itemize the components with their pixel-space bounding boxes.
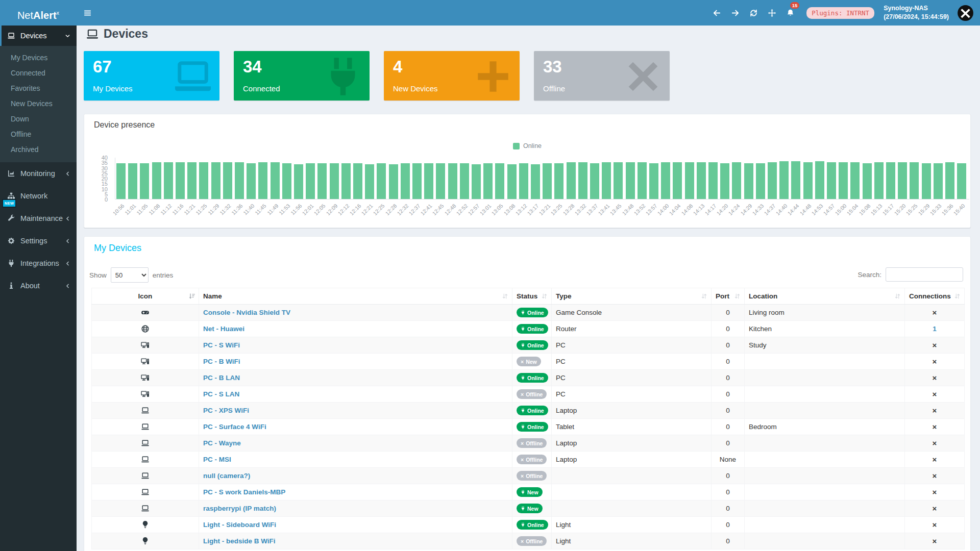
online-bar[interactable] [389,164,398,199]
online-bar[interactable] [732,162,741,199]
online-bar[interactable] [922,163,931,199]
online-bar[interactable] [661,162,670,199]
device-name-link[interactable]: Light - bedside B WiFi [203,537,276,545]
plugins-status-badge[interactable]: Plugins: INTRNT [806,7,874,19]
device-name-link[interactable]: PC - S WiFi [203,341,240,349]
online-bar[interactable] [590,163,599,199]
connections-x-icon[interactable]: × [933,357,937,366]
device-name-link[interactable]: PC - B LAN [203,374,240,382]
online-bar[interactable] [886,162,895,199]
sidebar-item-integrations[interactable]: Integrations [0,252,77,274]
page-size-select[interactable]: 50 [111,267,149,283]
online-bar[interactable] [365,164,374,199]
device-name-link[interactable]: PC - Wayne [203,439,241,447]
connections-x-icon[interactable]: × [933,308,937,317]
device-name-link[interactable]: PC - S work Daniels-MBP [203,488,285,496]
sidebar-subitem-offline[interactable]: Offline [0,127,77,142]
summary-card-offline[interactable]: 33Offline [534,51,670,101]
online-bar[interactable] [317,163,327,199]
connections-x-icon[interactable]: × [933,406,937,415]
sidebar-toggle-hamburger-icon[interactable] [78,0,96,26]
summary-card-connected[interactable]: 34Connected [234,51,370,101]
online-bar[interactable] [673,162,682,199]
sidebar-item-settings[interactable]: Settings [0,230,77,252]
sidebar-subitem-down[interactable]: Down [0,111,77,127]
connections-x-icon[interactable]: × [933,373,937,382]
online-bar[interactable] [685,162,694,199]
online-bar[interactable] [401,163,410,199]
online-bar[interactable] [247,163,256,199]
connections-x-icon[interactable]: × [933,439,937,447]
device-name-link[interactable]: PC - Surface 4 WiFi [203,423,266,431]
online-bar[interactable] [756,163,765,199]
connections-x-icon[interactable]: × [933,390,937,398]
connections-x-icon[interactable]: × [933,488,937,496]
connections-x-icon[interactable]: × [933,455,937,464]
device-name-link[interactable]: PC - MSI [203,456,231,463]
online-bar[interactable] [436,163,445,199]
chart-legend[interactable]: Online [84,142,970,149]
sidebar-item-about[interactable]: About [0,274,77,297]
online-bar[interactable] [697,162,706,199]
online-bar[interactable] [744,163,753,199]
sidebar-item-monitoring[interactable]: Monitoring [0,162,77,185]
online-bar[interactable] [128,163,137,199]
column-header-connections[interactable]: Connections [905,288,965,305]
online-bar[interactable] [614,162,623,199]
online-bar[interactable] [495,163,504,199]
online-bar[interactable] [945,162,954,199]
online-bar[interactable] [803,162,813,199]
online-bar[interactable] [116,163,126,199]
move-arrows-icon[interactable] [763,0,781,26]
online-bar[interactable] [187,162,197,199]
column-header-type[interactable]: Type [552,288,712,305]
online-bar[interactable] [815,161,824,199]
app-logo[interactable]: NetAlertx [0,0,77,26]
device-name-link[interactable]: Net - Huawei [203,325,244,333]
online-bar[interactable] [294,164,303,199]
online-bar[interactable] [377,163,386,199]
online-bar[interactable] [567,162,576,199]
connections-count-link[interactable]: 1 [933,325,937,333]
online-bar[interactable] [176,162,185,199]
device-name-link[interactable]: Light - Sideboard WiFi [203,521,276,529]
online-bar[interactable] [863,163,872,199]
online-bar[interactable] [898,162,907,199]
sidebar-subitem-my-devices[interactable]: My Devices [0,50,77,65]
online-bar[interactable] [791,161,800,199]
online-bar[interactable] [957,163,966,199]
online-bar[interactable] [211,162,220,199]
connections-x-icon[interactable]: × [933,537,937,545]
online-bar[interactable] [152,162,161,199]
online-bar[interactable] [282,163,291,199]
user-avatar[interactable] [957,5,974,21]
summary-card-new-devices[interactable]: 4New Devices [384,51,520,101]
online-bar[interactable] [910,162,919,199]
forward-arrow-icon[interactable] [726,0,744,26]
online-bar[interactable] [412,163,422,199]
online-bar[interactable] [626,162,635,199]
search-input[interactable] [886,267,963,282]
connections-x-icon[interactable]: × [933,341,937,349]
sidebar-subitem-favorites[interactable]: Favorites [0,81,77,96]
column-header-port[interactable]: Port [712,288,745,305]
device-name-link[interactable]: PC - S LAN [203,390,239,398]
online-bar[interactable] [460,163,469,199]
online-bar[interactable] [472,164,481,199]
column-header-location[interactable]: Location [745,288,905,305]
online-bar[interactable] [839,162,848,199]
online-bar[interactable] [448,163,457,199]
online-bar[interactable] [258,162,267,199]
online-bar[interactable] [199,162,208,199]
online-bar[interactable] [602,162,611,199]
online-bar[interactable] [578,162,587,199]
online-bar[interactable] [483,163,493,199]
sidebar-item-maintenance[interactable]: Maintenance [0,207,77,230]
connections-x-icon[interactable]: × [933,422,937,431]
sidebar-item-devices[interactable]: Devices [0,26,77,46]
online-bar[interactable] [164,162,173,199]
online-bar[interactable] [330,163,339,199]
sidebar-subitem-new-devices[interactable]: New Devices [0,96,77,111]
online-bar[interactable] [519,163,528,199]
online-bar[interactable] [638,162,647,199]
